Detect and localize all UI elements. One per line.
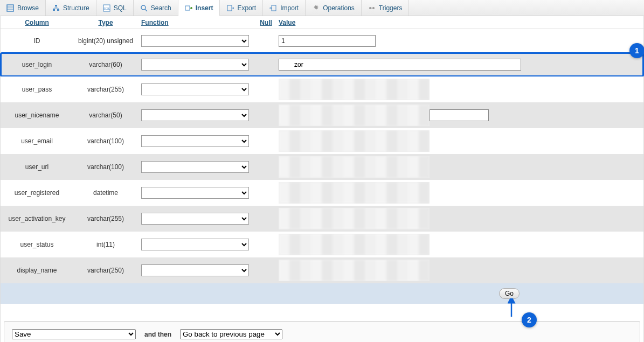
- tab-structure[interactable]: Structure: [46, 0, 96, 16]
- table-row: user_nicenamevarchar(50): [1, 102, 643, 128]
- redacted-value: [279, 182, 430, 204]
- table-row: display_namevarchar(250): [1, 257, 643, 283]
- column-type: bigint(20) unsigned: [73, 35, 138, 47]
- tab-insert[interactable]: Insert: [178, 0, 220, 16]
- tab-bar: BrowseStructureSQLSQLSearchInsertExportI…: [0, 0, 644, 16]
- tab-import[interactable]: Import: [263, 0, 306, 16]
- value-cell: [275, 102, 643, 128]
- value-cell: [275, 206, 643, 232]
- null-cell: [257, 62, 275, 67]
- table-row: user_statusint(11): [1, 232, 643, 257]
- column-name: user_nicename: [1, 109, 73, 121]
- svg-rect-11: [227, 5, 232, 11]
- insert-form: Column Type Function Null Value IDbigint…: [0, 16, 644, 342]
- value-cell: [275, 57, 643, 73]
- function-select[interactable]: [141, 35, 249, 47]
- function-select[interactable]: [141, 161, 249, 173]
- tab-label: Structure: [63, 4, 89, 12]
- tab-export[interactable]: Export: [220, 0, 263, 16]
- redacted-value: [279, 156, 430, 178]
- column-type: varchar(250): [73, 264, 138, 276]
- annotation-marker-2: 2: [522, 312, 537, 327]
- redacted-value: [279, 130, 430, 152]
- go-button[interactable]: Go: [499, 288, 520, 299]
- null-cell: [257, 165, 275, 169]
- value-cell: [275, 33, 643, 49]
- column-type: varchar(255): [73, 213, 138, 225]
- sql-icon: SQL: [103, 4, 110, 12]
- header-null[interactable]: Null: [257, 17, 275, 29]
- redacted-value: [279, 208, 430, 229]
- function-select[interactable]: [141, 213, 249, 225]
- function-cell: [138, 211, 257, 227]
- svg-line-9: [145, 9, 147, 11]
- redacted-value: [279, 104, 430, 126]
- function-cell: [138, 33, 257, 49]
- null-cell: [257, 191, 275, 195]
- null-cell: [257, 139, 275, 143]
- svg-rect-10: [185, 6, 190, 10]
- function-cell: [138, 262, 257, 278]
- column-name: user_activation_key: [1, 213, 73, 225]
- column-type: varchar(100): [73, 135, 138, 147]
- function-select[interactable]: [141, 135, 249, 147]
- tab-label: Export: [237, 4, 256, 12]
- search-icon: [140, 4, 148, 12]
- value-cell: [275, 76, 643, 102]
- null-cell: [257, 268, 275, 273]
- column-name: user_login: [1, 59, 73, 71]
- function-select[interactable]: [141, 109, 249, 121]
- svg-rect-3: [55, 5, 57, 6]
- value-input[interactable]: [279, 35, 376, 47]
- tab-label: Search: [151, 4, 171, 12]
- column-name: user_pass: [1, 83, 73, 95]
- tab-search[interactable]: Search: [134, 0, 178, 16]
- null-cell: [257, 39, 275, 43]
- column-name: display_name: [1, 264, 73, 276]
- table-header-row: Column Type Function Null Value: [1, 16, 643, 29]
- tab-browse[interactable]: Browse: [0, 0, 46, 16]
- tab-triggers[interactable]: Triggers: [362, 0, 410, 16]
- tab-label: Browse: [17, 4, 39, 12]
- after-action-select[interactable]: Go back to previous page: [180, 329, 282, 339]
- value-input[interactable]: [430, 109, 489, 121]
- table-row: user_passvarchar(255): [1, 76, 643, 102]
- function-select[interactable]: [141, 187, 249, 199]
- export-icon: [226, 4, 234, 12]
- tab-label: Triggers: [379, 4, 403, 12]
- tab-label: SQL: [114, 4, 127, 12]
- svg-point-14: [372, 7, 375, 9]
- function-select[interactable]: [141, 83, 249, 95]
- function-cell: [138, 159, 257, 175]
- function-cell: [138, 133, 257, 149]
- function-select[interactable]: [141, 59, 249, 71]
- redacted-value: [279, 260, 430, 281]
- svg-rect-0: [7, 5, 13, 11]
- function-select[interactable]: [141, 264, 249, 276]
- column-name: user_status: [1, 239, 73, 250]
- annotation-marker-1: 1: [629, 43, 644, 58]
- header-function[interactable]: Function: [138, 17, 257, 29]
- header-value[interactable]: Value: [275, 17, 643, 29]
- value-input[interactable]: [279, 59, 521, 71]
- save-mode-select[interactable]: Save: [12, 329, 136, 339]
- svg-rect-4: [53, 9, 55, 11]
- tab-sql[interactable]: SQLSQL: [96, 0, 134, 16]
- function-cell: [138, 107, 257, 123]
- function-select[interactable]: [141, 239, 249, 250]
- import-icon: [269, 4, 277, 12]
- column-name: ID: [1, 35, 73, 47]
- function-cell: [138, 57, 257, 73]
- table-row: user_loginvarchar(60)1: [1, 53, 643, 76]
- value-cell: [275, 180, 643, 206]
- triggers-icon: [368, 4, 376, 12]
- header-column[interactable]: Column: [1, 17, 73, 29]
- redacted-value: [279, 234, 430, 255]
- header-type[interactable]: Type: [73, 17, 138, 29]
- tab-operations[interactable]: Operations: [306, 0, 362, 16]
- table-row: user_urlvarchar(100): [1, 154, 643, 180]
- function-cell: [138, 236, 257, 253]
- value-cell: [275, 128, 643, 154]
- table-row: user_emailvarchar(100): [1, 128, 643, 154]
- svg-point-13: [369, 7, 371, 9]
